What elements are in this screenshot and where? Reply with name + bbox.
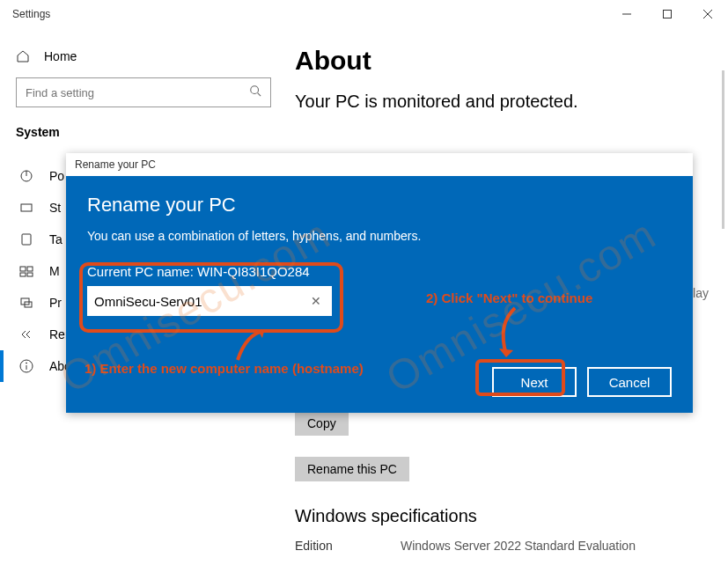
home-label: Home <box>44 49 77 63</box>
multitask-icon <box>19 264 33 278</box>
clear-input-icon[interactable]: ✕ <box>307 294 325 308</box>
home-icon <box>16 49 30 63</box>
search-icon <box>249 84 261 100</box>
project-icon <box>19 296 33 310</box>
window-title: Settings <box>12 8 50 20</box>
info-icon <box>19 359 33 373</box>
svg-rect-13 <box>27 273 33 276</box>
sidebar-item-label: Ta <box>49 232 63 246</box>
dialog-subtext: You can use a combination of letters, hy… <box>87 229 672 243</box>
svg-rect-1 <box>664 11 672 18</box>
svg-rect-9 <box>22 234 31 245</box>
search-box[interactable] <box>16 77 271 107</box>
dialog-heading: Rename your PC <box>87 194 672 217</box>
tablet-icon <box>19 232 33 246</box>
specs-heading: Windows specifications <box>295 506 728 526</box>
storage-icon <box>19 201 33 215</box>
annotation-arrow-1 <box>229 329 273 364</box>
close-button[interactable] <box>688 0 728 28</box>
power-icon <box>19 169 33 183</box>
pc-name-input-wrap[interactable]: ✕ <box>87 286 332 316</box>
minimize-button[interactable] <box>607 0 647 28</box>
svg-rect-10 <box>20 267 26 271</box>
next-button[interactable]: Next <box>492 367 577 397</box>
svg-line-5 <box>258 93 261 97</box>
cancel-button[interactable]: Cancel <box>587 367 672 397</box>
partial-text: lay <box>693 286 709 300</box>
annotation-arrow-2 <box>489 306 524 359</box>
sidebar-item-label: Po <box>49 169 64 183</box>
sidebar-item-label: M <box>49 264 60 278</box>
svg-rect-8 <box>21 204 32 211</box>
home-nav[interactable]: Home <box>16 42 295 77</box>
pc-name-input[interactable] <box>94 294 307 309</box>
svg-point-4 <box>251 86 259 94</box>
sidebar-category: System <box>16 125 295 139</box>
spec-label: Edition <box>295 539 348 553</box>
page-subtitle: Your PC is monitored and protected. <box>295 92 728 112</box>
copy-button[interactable]: Copy <box>295 411 349 436</box>
svg-point-18 <box>26 363 27 363</box>
remote-icon <box>19 327 33 341</box>
svg-rect-12 <box>20 273 26 276</box>
page-title: About <box>295 46 728 76</box>
maximize-button[interactable] <box>647 0 688 28</box>
titlebar: Settings <box>0 0 728 28</box>
scrollbar[interactable] <box>722 70 724 229</box>
svg-rect-11 <box>27 267 33 271</box>
dialog-window-title: Rename your PC <box>66 153 693 176</box>
sidebar-item-label: Pr <box>49 296 62 310</box>
window-controls <box>607 0 728 28</box>
spec-value: Windows Server 2022 Standard Evaluation <box>401 539 636 553</box>
annotation-step2: 2) Click "Next" to continue <box>426 290 592 305</box>
rename-pc-button[interactable]: Rename this PC <box>295 457 409 481</box>
spec-row: Edition Windows Server 2022 Standard Eva… <box>295 539 728 553</box>
search-input[interactable] <box>26 86 249 99</box>
sidebar-item-label: St <box>49 201 61 215</box>
current-pc-name-label: Current PC name: WIN-QI83I1QO284 <box>87 264 672 279</box>
annotation-step1: 1) Enter the new computer name (hostname… <box>85 361 364 376</box>
